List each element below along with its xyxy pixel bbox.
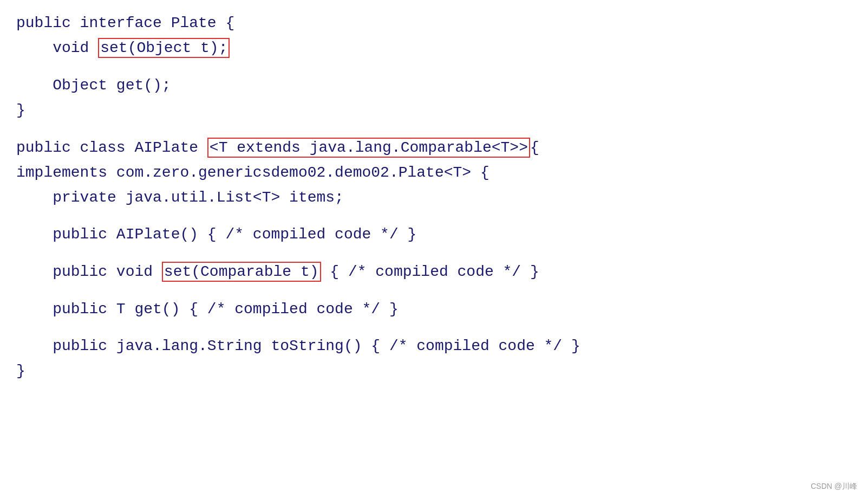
code-line-18: } — [16, 359, 852, 384]
code-line-11: public AIPlate() { /* compiled code */ } — [16, 222, 852, 247]
spacer-1 — [16, 61, 852, 73]
watermark: CSDN @川峰 — [811, 482, 857, 491]
spacer-4 — [16, 248, 852, 260]
code-line-1: public interface Plate { — [16, 11, 852, 36]
code-line-9: private java.util.List<T> items; — [16, 185, 852, 210]
highlight-set-comparable: set(Comparable t) — [162, 262, 321, 282]
code-line-13: public void set(Comparable t) { /* compi… — [16, 260, 852, 284]
code-line-15: public T get() { /* compiled code */ } — [16, 297, 852, 322]
spacer-2 — [16, 123, 852, 135]
code-line-7: public class AIPlate <T extends java.lan… — [16, 135, 852, 160]
highlight-type-param: <T extends java.lang.Comparable<T>> — [207, 138, 530, 158]
highlight-set-object: set(Object t); — [98, 38, 230, 58]
spacer-3 — [16, 210, 852, 222]
code-line-5: } — [16, 98, 852, 123]
code-line-4: Object get(); — [16, 73, 852, 98]
spacer-6 — [16, 322, 852, 334]
code-line-2: void set(Object t); — [16, 36, 852, 61]
code-line-17: public java.lang.String toString() { /* … — [16, 334, 852, 359]
code-line-8: implements com.zero.genericsdemo02.demo0… — [16, 160, 852, 185]
code-block: public interface Plate { void set(Object… — [0, 0, 868, 395]
spacer-5 — [16, 284, 852, 296]
